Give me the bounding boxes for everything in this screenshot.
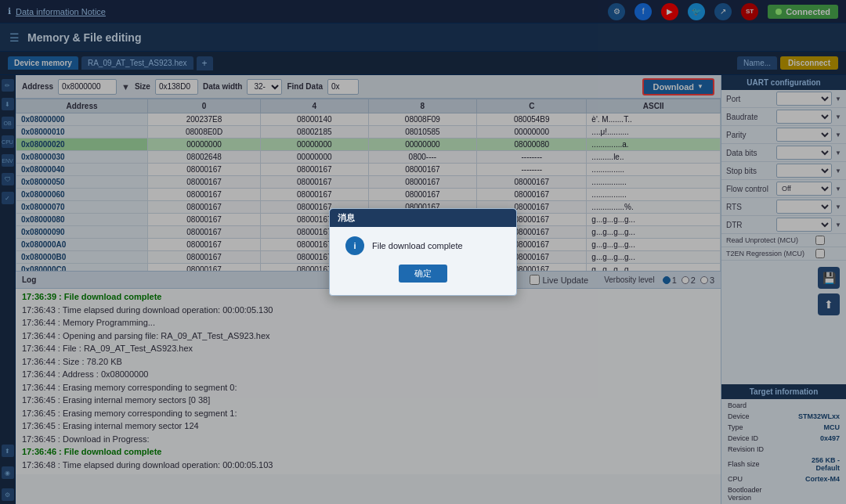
modal-btn-row: 确定: [345, 265, 501, 283]
modal-box: 消息 i File download complete 确定: [329, 208, 517, 296]
modal-ok-button[interactable]: 确定: [399, 265, 447, 283]
modal-body: i File download complete: [345, 236, 501, 255]
modal-info-icon: i: [345, 236, 364, 255]
modal-message: File download complete: [372, 241, 463, 250]
modal-title-bar: 消息: [330, 209, 516, 227]
info-icon-text: i: [353, 241, 356, 250]
modal-title: 消息: [338, 212, 355, 224]
modal-overlay[interactable]: 消息 i File download complete 确定: [0, 0, 846, 504]
